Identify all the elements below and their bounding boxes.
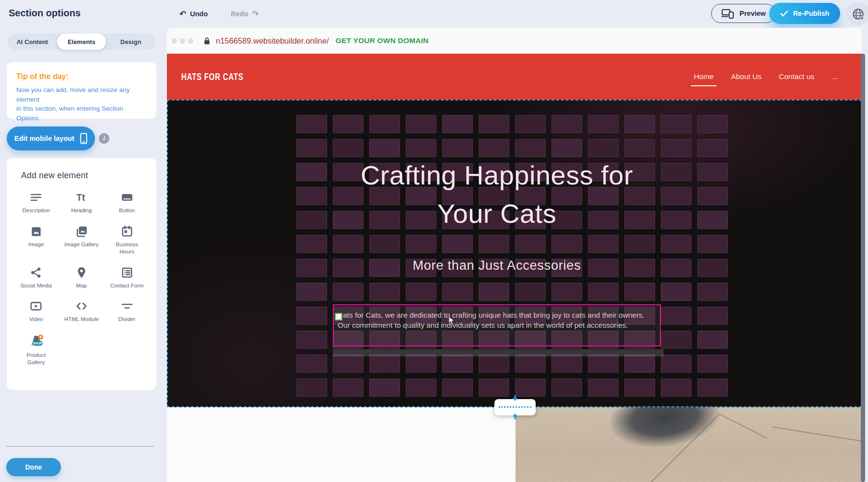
hero-tile: [515, 211, 546, 229]
element-image-gallery[interactable]: Image Gallery: [59, 225, 105, 256]
hero-tile: [406, 163, 436, 181]
element-label: Business Hours: [110, 241, 144, 256]
devices-icon: [721, 9, 734, 19]
hero-tile: [588, 187, 619, 205]
element-contact-form[interactable]: Contact Form: [104, 266, 150, 290]
pavement-seam: [719, 413, 768, 439]
svg-text:Tt: Tt: [76, 192, 85, 203]
language-globe-button[interactable]: [846, 2, 868, 26]
element-label: Image Gallery: [64, 241, 99, 249]
element-grid: Description Tt Heading Button: [13, 191, 150, 367]
hero-tile: [333, 163, 364, 181]
hero-tile: [697, 307, 728, 325]
hero-tile: [333, 355, 364, 373]
tab-elements[interactable]: Elements: [57, 34, 106, 50]
hero-tile: [588, 211, 619, 229]
browser-bar: n1566589.websitebuilder.online/ GET YOUR…: [167, 28, 862, 54]
hero-tile: [515, 139, 546, 157]
element-divider[interactable]: Divider: [104, 300, 150, 323]
preview-button[interactable]: Preview: [711, 4, 776, 23]
element-label: HTML Module: [64, 316, 99, 323]
hero-tile: [588, 235, 619, 253]
site-header: HATS FOR CATS Home About Us Contact us .…: [167, 54, 862, 100]
hero-tile: [479, 163, 509, 181]
element-social-media[interactable]: Social Media: [13, 266, 59, 290]
nav-home[interactable]: Home: [694, 72, 714, 81]
element-business-hours[interactable]: Business Hours: [104, 225, 150, 256]
nav-about-us[interactable]: About Us: [731, 72, 762, 81]
nav-contact-us[interactable]: Contact us: [779, 72, 814, 81]
hero-tile: [661, 163, 692, 181]
nav-more-ellipsis[interactable]: ...: [832, 72, 838, 81]
hero-tile: [296, 331, 327, 349]
hero-tile: [333, 211, 364, 229]
edit-mobile-layout-button[interactable]: Edit mobile layout: [7, 126, 95, 150]
image-gallery-icon: [75, 225, 88, 238]
get-domain-link[interactable]: GET YOUR OWN DOMAIN: [336, 36, 429, 45]
hero-tile: [515, 379, 546, 397]
hero-tile: [624, 259, 655, 277]
arrow-up-icon: [512, 413, 518, 419]
hero-tile: [369, 259, 400, 277]
hero-tile: [697, 235, 728, 253]
social-media-icon: [30, 266, 42, 279]
hero-tile: [479, 259, 509, 277]
republish-button[interactable]: Re-Publish: [769, 3, 840, 24]
info-icon[interactable]: i: [99, 133, 109, 144]
hero-tile: [661, 187, 692, 205]
hero-tile: [697, 331, 728, 349]
hero-tile: [624, 379, 655, 397]
element-map[interactable]: Map: [59, 266, 105, 290]
add-element-panel: Add new element Description Tt Heading: [7, 158, 156, 390]
hero-tile: [406, 139, 436, 157]
tab-design[interactable]: Design: [106, 34, 155, 50]
section-resize-handle[interactable]: [494, 399, 536, 415]
element-html-module[interactable]: HTML Module: [59, 300, 105, 323]
hero-section-selected[interactable]: Crafting Happiness for Your Cats More th…: [167, 100, 862, 407]
resize-corner-handle[interactable]: [335, 313, 342, 321]
hero-tile: [661, 283, 692, 301]
lock-icon: [204, 37, 210, 45]
hero-tile: [406, 283, 436, 301]
hero-tile: [661, 139, 692, 157]
hero-tile: [624, 211, 655, 229]
redo-button[interactable]: Redo ↷: [228, 10, 262, 19]
element-video[interactable]: Video: [13, 300, 59, 323]
browser-dots: [172, 38, 193, 44]
hero-tile: [442, 259, 473, 277]
hero-tile: [551, 115, 582, 133]
hero-tile: [296, 235, 327, 253]
add-element-title: Add new element: [21, 171, 156, 181]
undo-button[interactable]: ↶ Undo: [176, 10, 211, 19]
done-button[interactable]: Done: [6, 458, 61, 476]
hero-tile: [661, 115, 692, 133]
hero-tile: [479, 379, 509, 397]
element-button[interactable]: Button: [104, 191, 150, 215]
hero-tile: [333, 379, 364, 397]
hero-tile: [697, 163, 728, 181]
tab-ai-content[interactable]: AI Content: [8, 34, 57, 50]
browser-dot: [180, 38, 185, 44]
canvas-scrollbar[interactable]: [861, 54, 865, 482]
element-image[interactable]: Image: [13, 225, 59, 256]
site-logo[interactable]: HATS FOR CATS: [181, 71, 244, 82]
hero-tile: [479, 211, 509, 229]
selected-text-element[interactable]: Hats for Cats, we are dedicated to craft…: [333, 304, 661, 346]
hero-tile: [406, 355, 436, 373]
heading-icon: Tt: [75, 191, 88, 204]
element-heading[interactable]: Tt Heading: [59, 191, 105, 215]
hero-tile: [551, 211, 582, 229]
site-url[interactable]: n1566589.websitebuilder.online/: [216, 36, 329, 46]
website-builder-app: Section options ↶ Undo Redo ↷ Preview: [0, 0, 868, 482]
hero-tile: [588, 379, 619, 397]
hero-tile: [296, 259, 327, 277]
video-icon: [30, 300, 42, 312]
edit-mobile-label: Edit mobile layout: [14, 135, 74, 142]
element-label: Description: [23, 207, 50, 215]
element-label: Divider: [118, 316, 136, 323]
hero-tile: [551, 163, 582, 181]
element-product-gallery[interactable]: SHOP Product Gallery: [13, 334, 59, 367]
element-description[interactable]: Description: [13, 191, 59, 215]
hero-tile: [588, 139, 619, 157]
hero-tile: [296, 211, 327, 229]
